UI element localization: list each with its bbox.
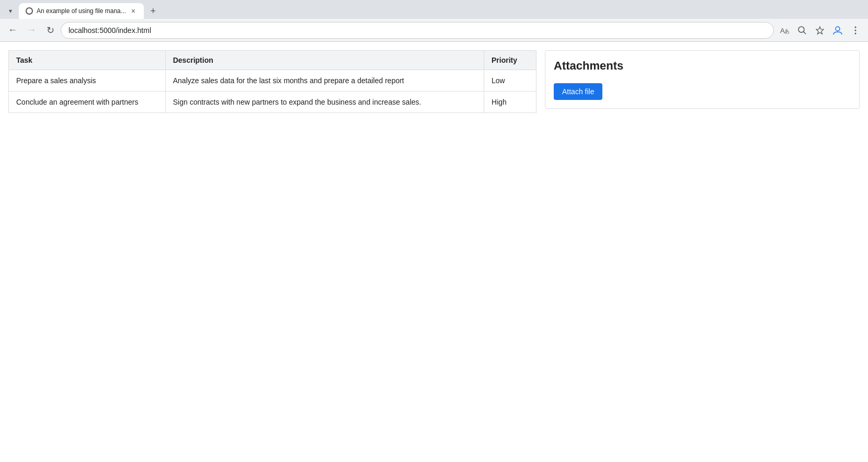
table-header-task: Task bbox=[9, 51, 166, 70]
priority-cell: Low bbox=[484, 70, 536, 92]
svg-point-9 bbox=[855, 32, 856, 34]
svg-marker-5 bbox=[816, 27, 824, 34]
profile-icon bbox=[832, 25, 843, 36]
menu-icon bbox=[851, 26, 860, 35]
svg-point-6 bbox=[836, 27, 840, 31]
tab-close-button[interactable]: × bbox=[129, 7, 138, 15]
attach-file-button[interactable]: Attach file bbox=[554, 83, 602, 100]
attachments-panel: Attachments Attach file bbox=[545, 50, 860, 109]
table-header-priority: Priority bbox=[484, 51, 536, 70]
nav-bar: ← → ↻ A あ bbox=[0, 19, 868, 42]
description-cell: Sign contracts with new partners to expa… bbox=[165, 92, 484, 113]
favicon-circle bbox=[26, 7, 33, 15]
address-bar[interactable] bbox=[61, 22, 774, 39]
tab-label: An example of using file mana... bbox=[37, 7, 126, 15]
tab-dropdown-icon: ▾ bbox=[9, 7, 12, 15]
new-tab-button[interactable]: + bbox=[146, 4, 161, 18]
description-cell: Analyze sales data for the last six mont… bbox=[165, 70, 484, 92]
tab-dropdown-button[interactable]: ▾ bbox=[4, 5, 17, 17]
priority-cell: High bbox=[484, 92, 536, 113]
svg-line-4 bbox=[804, 31, 806, 34]
profile-button[interactable] bbox=[829, 22, 846, 39]
translate-button[interactable]: A あ bbox=[776, 22, 793, 39]
svg-point-8 bbox=[855, 29, 856, 31]
search-icon bbox=[797, 26, 807, 35]
task-table: Task Description Priority Prepare a sale… bbox=[8, 50, 536, 113]
search-button[interactable] bbox=[794, 22, 810, 39]
svg-point-7 bbox=[855, 26, 856, 28]
page-content: Task Description Priority Prepare a sale… bbox=[0, 42, 868, 121]
active-tab[interactable]: An example of using file mana... × bbox=[19, 3, 144, 19]
forward-button[interactable]: → bbox=[23, 22, 40, 39]
tab-favicon bbox=[25, 7, 33, 15]
table-row: Conclude an agreement with partnersSign … bbox=[9, 92, 536, 113]
browser-chrome: ▾ An example of using file mana... × + ←… bbox=[0, 0, 868, 42]
back-button[interactable]: ← bbox=[4, 22, 21, 39]
nav-right-buttons: A あ bbox=[776, 22, 864, 39]
tab-strip: An example of using file mana... × + bbox=[19, 3, 161, 19]
table-header-description: Description bbox=[165, 51, 484, 70]
svg-point-3 bbox=[798, 27, 804, 32]
task-cell: Prepare a sales analysis bbox=[9, 70, 166, 92]
refresh-button[interactable]: ↻ bbox=[42, 22, 59, 39]
translate-icon: A あ bbox=[779, 25, 790, 36]
table-row: Prepare a sales analysisAnalyze sales da… bbox=[9, 70, 536, 92]
task-cell: Conclude an agreement with partners bbox=[9, 92, 166, 113]
favorite-button[interactable] bbox=[812, 22, 828, 39]
tab-bar: ▾ An example of using file mana... × + bbox=[0, 0, 868, 19]
svg-text:あ: あ bbox=[784, 28, 790, 34]
attachments-title: Attachments bbox=[554, 59, 851, 73]
star-icon bbox=[815, 26, 825, 35]
menu-button[interactable] bbox=[847, 22, 864, 39]
